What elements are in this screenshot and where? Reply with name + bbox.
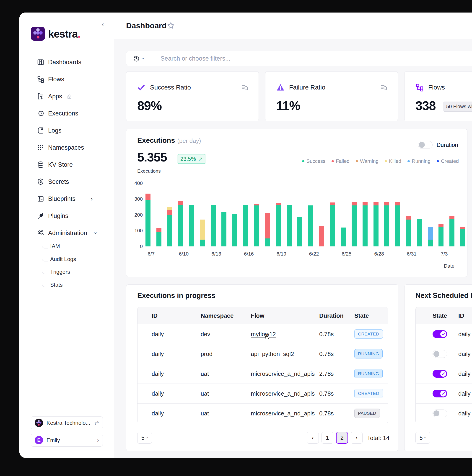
bar-segment-success[interactable] bbox=[395, 205, 400, 246]
bar-segment-success[interactable] bbox=[287, 205, 292, 246]
next-page-button[interactable]: › bbox=[351, 432, 363, 444]
bar-segment-success[interactable] bbox=[417, 219, 422, 246]
page-button-1[interactable]: 1 bbox=[322, 432, 333, 444]
warning-icon bbox=[276, 83, 285, 92]
bar-segment-success[interactable] bbox=[341, 227, 346, 246]
bar-segment-success[interactable] bbox=[330, 205, 335, 246]
page-button-2[interactable]: 2 bbox=[336, 432, 348, 444]
cell-state bbox=[433, 370, 447, 378]
page-size-select[interactable]: 5› bbox=[416, 432, 430, 444]
bar-segment-failed[interactable] bbox=[178, 201, 183, 205]
chevron-down-icon: › bbox=[144, 437, 150, 439]
schedule-toggle-on[interactable] bbox=[433, 330, 447, 338]
bar-segment-success[interactable] bbox=[265, 238, 270, 246]
bar-segment-running[interactable] bbox=[428, 227, 433, 239]
cell-flow: microservice_a_nd_apis bbox=[251, 410, 315, 417]
bar-segment-success[interactable] bbox=[352, 205, 357, 246]
org-switcher[interactable]: Kestra Technolo... ⇄ bbox=[31, 416, 103, 429]
bar-segment-success[interactable] bbox=[460, 229, 465, 246]
schedule-toggle-on[interactable] bbox=[433, 390, 447, 397]
bar-segment-failed[interactable] bbox=[319, 226, 324, 246]
bar-segment-success[interactable] bbox=[232, 214, 237, 246]
sidebar-item-blueprints[interactable]: Blueprints› bbox=[19, 192, 114, 206]
bar-segment-success[interactable] bbox=[406, 220, 411, 246]
bar-segment-success[interactable] bbox=[428, 239, 433, 246]
cell-id: daily bbox=[152, 410, 164, 417]
bar-segment-success[interactable] bbox=[363, 205, 368, 246]
sidebar-item-dashboards[interactable]: Dashboards bbox=[19, 55, 114, 69]
bar-segment-success[interactable] bbox=[211, 205, 216, 246]
bar-segment-success[interactable] bbox=[384, 205, 389, 246]
cell-state bbox=[433, 350, 447, 358]
star-icon[interactable] bbox=[167, 22, 175, 29]
bar-segment-failed[interactable] bbox=[265, 213, 270, 238]
bar-segment-failed[interactable] bbox=[254, 204, 259, 205]
bar-segment-failed[interactable] bbox=[406, 216, 411, 220]
bar-segment-failed[interactable] bbox=[395, 202, 400, 205]
executions-table: IDNamespaceFlowDurationStatedailydevmyfl… bbox=[137, 307, 388, 423]
bar-segment-failed[interactable] bbox=[276, 203, 281, 205]
org-name: Kestra Technolo... bbox=[47, 420, 94, 426]
search-input[interactable]: Search or choose filters... bbox=[161, 55, 230, 62]
sidebar-item-flows[interactable]: Flows bbox=[19, 72, 114, 86]
state-badge: RUNNING bbox=[354, 369, 383, 378]
stat-card-title: Failure Ratio bbox=[289, 84, 325, 91]
bar-segment-success[interactable] bbox=[449, 219, 454, 246]
bar-segment-success[interactable] bbox=[145, 200, 150, 246]
bar-segment-success[interactable] bbox=[374, 205, 379, 246]
bar-segment-success[interactable] bbox=[156, 232, 162, 246]
sidebar-item-secrets[interactable]: Secrets bbox=[19, 175, 114, 188]
prev-page-button[interactable]: ‹ bbox=[307, 432, 319, 444]
sidebar-item-kv-store[interactable]: KV Store bbox=[19, 158, 114, 171]
bar-segment-failed[interactable] bbox=[167, 210, 172, 215]
bar-segment-failed[interactable] bbox=[449, 216, 454, 219]
bar-segment-killed[interactable] bbox=[167, 207, 172, 210]
cell-id: daily bbox=[458, 390, 471, 397]
bar-segment-success[interactable] bbox=[308, 205, 313, 246]
filter-search-icon[interactable] bbox=[380, 84, 388, 91]
filter-search-icon[interactable] bbox=[241, 84, 249, 91]
bar-segment-failed[interactable] bbox=[156, 228, 162, 232]
bar-segment-failed[interactable] bbox=[330, 203, 335, 205]
bar-segment-success[interactable] bbox=[243, 205, 248, 246]
sidebar-subitem-stats[interactable]: Stats bbox=[19, 280, 114, 290]
bar-segment-failed[interactable] bbox=[438, 224, 443, 227]
bar-segment-success[interactable] bbox=[167, 215, 172, 247]
bar-segment-failed[interactable] bbox=[145, 194, 150, 200]
sidebar-item-apps[interactable]: Apps bbox=[19, 89, 114, 103]
schedule-toggle-off[interactable] bbox=[433, 350, 447, 358]
sidebar-subitem-audit-logs[interactable]: Audit Logs bbox=[19, 254, 114, 264]
kestra-logo[interactable]: kestra. bbox=[31, 27, 80, 41]
sidebar-subitem-triggers[interactable]: Triggers bbox=[19, 267, 114, 277]
cell-flow-link[interactable]: myflow12 bbox=[251, 331, 276, 338]
kestra-wordmark: kestra. bbox=[48, 28, 80, 40]
sidebar-item-namespaces[interactable]: Namespaces bbox=[19, 141, 114, 154]
sidebar-item-logs[interactable]: Logs bbox=[19, 124, 114, 137]
page-size-select[interactable]: 5› bbox=[137, 432, 152, 444]
bar-segment-failed[interactable] bbox=[384, 202, 389, 205]
bar-segment-failed[interactable] bbox=[363, 202, 368, 205]
bar-segment-failed[interactable] bbox=[460, 227, 465, 229]
plugins-icon bbox=[37, 212, 44, 220]
sidebar-item-plugins[interactable]: Plugins bbox=[19, 209, 114, 223]
sidebar-subitem-iam[interactable]: IAM bbox=[19, 241, 114, 251]
bar-segment-killed[interactable] bbox=[200, 220, 205, 240]
bar-segment-failed[interactable] bbox=[352, 202, 357, 205]
bar-segment-success[interactable] bbox=[178, 205, 183, 246]
bar-segment-success[interactable] bbox=[297, 217, 302, 246]
cell-id: daily bbox=[152, 370, 164, 377]
bar-segment-success[interactable] bbox=[276, 205, 281, 246]
filter-history-button[interactable]: › bbox=[126, 51, 151, 66]
schedule-toggle-on[interactable] bbox=[433, 370, 447, 378]
user-menu[interactable]: E Emily › bbox=[31, 434, 103, 447]
sidebar-collapse-button[interactable]: ‹ bbox=[100, 21, 106, 28]
sidebar-item-executions[interactable]: Executions bbox=[19, 107, 114, 120]
bar-segment-success[interactable] bbox=[221, 212, 226, 246]
bar-segment-success[interactable] bbox=[200, 239, 205, 246]
schedule-toggle-off[interactable] bbox=[433, 409, 447, 417]
bar-segment-success[interactable] bbox=[254, 205, 259, 246]
bar-segment-success[interactable] bbox=[438, 227, 443, 246]
sidebar-item-administration[interactable]: Administration› bbox=[19, 226, 114, 240]
bar-segment-success[interactable] bbox=[189, 205, 194, 246]
bar-segment-failed[interactable] bbox=[374, 202, 379, 205]
